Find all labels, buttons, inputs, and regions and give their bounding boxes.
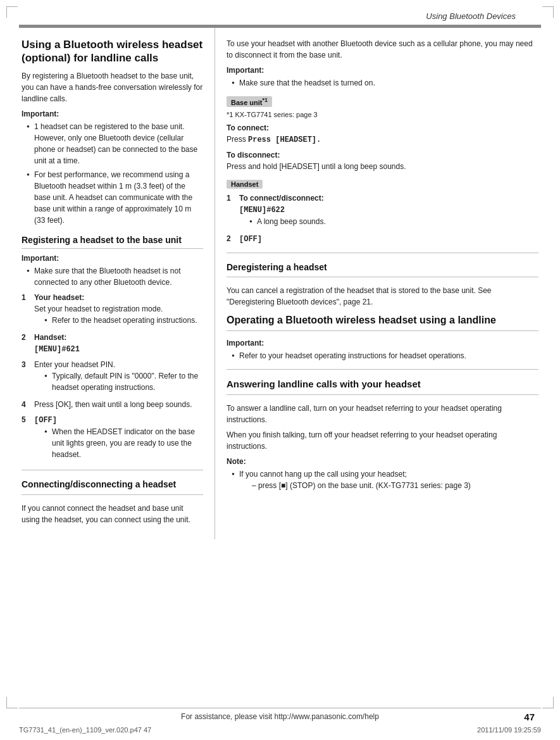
- note-dash: – press [■] (STOP) on the base unit. (KX…: [239, 480, 538, 491]
- section-divider-3: [227, 369, 538, 370]
- corner-mark-bl: [6, 697, 18, 708]
- right-column: To use your headset with another Bluetoo…: [215, 28, 541, 539]
- handset-step-1: 1 To connect/disconnect: [MENU]#622 A lo…: [227, 192, 538, 229]
- step-5-label: [OFF]: [34, 416, 57, 425]
- important-bullets: 1 headset can be registered to the base …: [22, 121, 203, 226]
- step-2: 2 Handset: [MENU]#621: [22, 332, 203, 355]
- operating-divider: [227, 330, 538, 331]
- footer-bottom-left: TG7731_41_(en-en)_1109_ver.020.p47 47: [19, 726, 151, 734]
- step-5-bullets: When the HEADSET indicator on the base u…: [34, 426, 203, 460]
- to-connect-text: Press Press [HEADSET].: [227, 135, 321, 144]
- handset-step-2-content: [OFF]: [239, 233, 538, 245]
- reg-section-title: Registering a headset to the base unit: [22, 235, 203, 249]
- footer-text: For assistance, please visit http://www.…: [181, 712, 379, 721]
- step-1-bullet-1: Refer to the headset operating instructi…: [44, 315, 203, 326]
- step-4-content: Press [OK], then wait until a long beep …: [34, 399, 203, 410]
- note-bullet-1: If you cannot hang up the call using you…: [232, 468, 538, 491]
- note-bullets: If you cannot hang up the call using you…: [227, 468, 538, 491]
- step-2-key: [MENU]#621: [34, 345, 80, 354]
- step-1-content: Your headset: Set your headset to regist…: [34, 292, 203, 328]
- reg-important-bullet-1: Make sure that the Bluetooth headset is …: [27, 265, 203, 288]
- header-title: Using Bluetooth Devices: [426, 11, 516, 21]
- step-2-content: Handset: [MENU]#621: [34, 332, 203, 355]
- handset-step-1-num: 1: [227, 192, 235, 229]
- handset-step-2-label: [OFF]: [239, 235, 262, 244]
- operating-section-title: Operating a Bluetooth wireless headset u…: [227, 314, 538, 327]
- right-important-bullets: Make sure that the headset is turned on.: [227, 77, 538, 89]
- to-disconnect-label: To disconnect: Press and hold [HEADSET] …: [227, 149, 538, 172]
- corner-mark-br: [542, 697, 554, 708]
- step-1-num: 1: [22, 292, 30, 328]
- step-2-num: 2: [22, 332, 30, 355]
- page-number: 47: [524, 712, 535, 722]
- answering-text1: To answer a landline call, turn on your …: [227, 403, 538, 425]
- corner-mark-tl: [6, 6, 18, 18]
- step-3-bullets: Typically, default PIN is "0000". Refer …: [34, 370, 203, 393]
- dereg-text: You can cancel a registration of the hea…: [227, 285, 538, 308]
- connect-cont-text: To use your headset with another Bluetoo…: [227, 38, 538, 61]
- step-3-content: Enter your headset PIN. Typically, defau…: [34, 359, 203, 395]
- step-3-bullet-1: Typically, default PIN is "0000". Refer …: [44, 370, 203, 393]
- handset-step-2: 2 [OFF]: [227, 233, 538, 245]
- page-footer: For assistance, please visit http://www.…: [19, 708, 541, 721]
- step-1-bullets: Refer to the headset operating instructi…: [34, 315, 203, 326]
- step-1: 1 Your headset: Set your headset to regi…: [22, 292, 203, 328]
- handset-step-1-bullet-1: A long beep sounds.: [249, 216, 538, 227]
- page-footer-bottom: TG7731_41_(en-en)_1109_ver.020.p47 47 20…: [0, 724, 560, 734]
- page-header: Using Bluetooth Devices: [19, 0, 541, 26]
- step-4: 4 Press [OK], then wait until a long bee…: [22, 399, 203, 410]
- reg-important-bullets: Make sure that the Bluetooth headset is …: [22, 265, 203, 288]
- handset-step-1-key: [MENU]#622: [239, 206, 285, 215]
- step-5-num: 5: [22, 414, 30, 462]
- right-important-bullet-1: Make sure that the headset is turned on.: [232, 77, 538, 89]
- base-unit-footnote: *1 KX-TG7741 series: page 3: [227, 111, 538, 118]
- step-2-label: Handset:: [34, 333, 66, 342]
- corner-mark-tr: [542, 6, 554, 18]
- section-divider-2: [227, 253, 538, 253]
- connect-divider: [22, 494, 203, 495]
- step-1-label: Your headset:: [34, 293, 84, 302]
- important-bullet-2: For best performance, we recommend using…: [27, 169, 203, 226]
- to-connect-label: To connect: Press Press [HEADSET].: [227, 122, 538, 146]
- operating-important-bullet-1: Refer to your headset operating instruct…: [232, 350, 538, 361]
- step-3-num: 3: [22, 359, 30, 395]
- dereg-section-title: Deregistering a headset: [227, 262, 538, 273]
- handset-step-2-num: 2: [227, 233, 235, 245]
- step-5: 5 [OFF] When the HEADSET indicator on th…: [22, 414, 203, 462]
- handset-step-1-bullets: A long beep sounds.: [239, 216, 538, 227]
- step-5-bullet-1: When the HEADSET indicator on the base u…: [44, 426, 203, 460]
- answering-section-title: Answering landline calls with your heads…: [227, 379, 538, 391]
- dereg-divider: [227, 277, 538, 277]
- handset-badge: Handset: [227, 180, 263, 189]
- step-5-content: [OFF] When the HEADSET indicator on the …: [34, 414, 203, 462]
- step-4-text: Press [OK], then wait until a long beep …: [34, 400, 192, 409]
- handset-step-1-content: To connect/disconnect: [MENU]#622 A long…: [239, 192, 538, 229]
- connect-intro: If you cannot connect the headset and ba…: [22, 503, 203, 525]
- section-divider-1: [22, 470, 203, 470]
- footer-bottom-right: 2011/11/09 19:25:59: [477, 726, 541, 734]
- answering-divider: [227, 394, 538, 395]
- operating-important-bullets: Refer to your headset operating instruct…: [227, 350, 538, 361]
- reg-important-label: Important:: [22, 254, 203, 263]
- main-title: Using a Bluetooth wireless headset (opti…: [22, 38, 203, 65]
- step-3-text: Enter your headset PIN.: [34, 360, 115, 369]
- intro-text: By registering a Bluetooth headset to th…: [22, 70, 203, 104]
- base-unit-badge: Base unit*1: [227, 96, 272, 107]
- step-4-num: 4: [22, 399, 30, 410]
- operating-important-label: Important:: [227, 339, 538, 348]
- connect-section-title: Connecting/disconnecting a headset: [22, 479, 203, 491]
- left-column: Using a Bluetooth wireless headset (opti…: [19, 28, 215, 539]
- important-label: Important:: [22, 110, 203, 118]
- content-area: Using a Bluetooth wireless headset (opti…: [0, 28, 560, 539]
- right-important-label: Important:: [227, 66, 538, 75]
- note-label: Note:: [227, 457, 538, 466]
- to-disconnect-text: Press and hold [HEADSET] until a long be…: [227, 162, 406, 171]
- step-1-text: Set your headset to registration mode.: [34, 304, 163, 313]
- important-bullet-1: 1 headset can be registered to the base …: [27, 121, 203, 166]
- answering-text2: When you finish talking, turn off your h…: [227, 429, 538, 452]
- step-3: 3 Enter your headset PIN. Typically, def…: [22, 359, 203, 395]
- handset-step-1-label: To connect/disconnect:: [239, 194, 324, 203]
